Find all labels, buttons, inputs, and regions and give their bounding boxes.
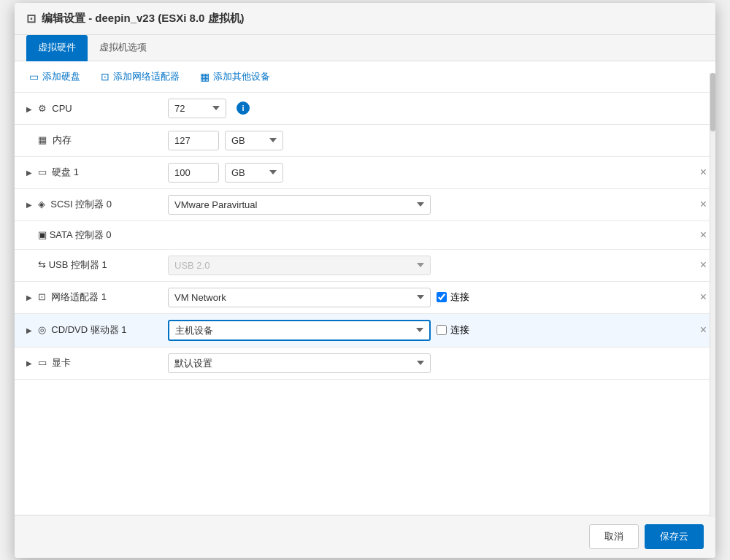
network1-connect-label[interactable]: 连接 <box>437 291 469 304</box>
memory-unit-select[interactable]: GB MB TB <box>225 131 283 150</box>
dialog-title-icon: ⊡ <box>26 12 36 26</box>
memory-icon: ▦ <box>38 134 47 145</box>
network1-label-cell: ▶ ⊡ 网络适配器 1 <box>15 281 161 313</box>
gpu-icon: ▭ <box>38 357 47 368</box>
table-row: ▶ ◎ CD/DVD 驱动器 1 主机设备 数据存储 ISO 文件 客户端设备 <box>15 313 715 347</box>
cddvd1-value-cell: 主机设备 数据存储 ISO 文件 客户端设备 连接 <box>161 313 691 347</box>
usb1-label: USB 控制器 1 <box>49 259 107 270</box>
table-row: ⇆ USB 控制器 1 USB 2.0 USB 3.1 × <box>15 249 715 281</box>
memory-input[interactable] <box>168 131 219 150</box>
cddvd1-icon: ◎ <box>38 324 46 335</box>
cpu-label: CPU <box>52 103 72 114</box>
cddvd1-connect-label[interactable]: 连接 <box>437 323 469 337</box>
network1-select[interactable]: VM Network Management Network <box>168 288 431 307</box>
settings-table: ▶ ⚙ CPU 72 1 2 4 8 16 <box>15 93 715 380</box>
disk1-input[interactable] <box>168 163 219 183</box>
cpu-label-cell: ▶ ⚙ CPU <box>15 93 161 125</box>
usb1-value-cell: USB 2.0 USB 3.1 <box>161 249 691 281</box>
scrollbar-thumb[interactable] <box>710 73 715 131</box>
scsi0-expand-btn[interactable]: ▶ <box>26 201 32 209</box>
cddvd1-value-row: 主机设备 数据存储 ISO 文件 客户端设备 连接 <box>168 320 684 341</box>
disk1-value-row: GB MB TB <box>168 163 684 183</box>
add-network-label: 添加网络适配器 <box>113 70 180 83</box>
add-other-button[interactable]: ▦ 添加其他设备 <box>197 69 273 85</box>
table-row: ▣ SATA 控制器 0 × <box>15 220 715 249</box>
add-disk-button[interactable]: ▭ 添加硬盘 <box>26 69 83 85</box>
gpu-label: 显卡 <box>52 357 71 368</box>
cpu-select[interactable]: 72 1 2 4 8 16 32 48 64 96 <box>168 99 226 118</box>
save-button[interactable]: 保存云 <box>645 524 704 549</box>
scsi0-value-cell: VMware Paravirtual LSI Logic SAS LSI Log… <box>161 188 691 220</box>
memory-value-cell: GB MB TB <box>161 124 691 156</box>
add-disk-label: 添加硬盘 <box>42 70 80 83</box>
add-other-icon: ▦ <box>200 71 210 83</box>
table-row: ▶ ▭ 硬盘 1 GB MB TB <box>15 156 715 188</box>
usb1-remove-button[interactable]: × <box>697 257 710 273</box>
cancel-button[interactable]: 取消 <box>589 524 639 549</box>
table-row: ▦ 内存 GB MB TB <box>15 124 715 156</box>
toolbar: ▭ 添加硬盘 ⊡ 添加网络适配器 ▦ 添加其他设备 <box>15 61 715 93</box>
cpu-icon: ⚙ <box>38 103 47 114</box>
disk1-unit-select[interactable]: GB MB TB <box>225 163 283 183</box>
cddvd1-connect-checkbox[interactable] <box>437 325 447 335</box>
cpu-info-icon[interactable]: i <box>237 101 250 115</box>
scsi0-remove-button[interactable]: × <box>697 196 710 212</box>
memory-label-cell: ▦ 内存 <box>15 124 161 156</box>
disk1-remove-button[interactable]: × <box>697 164 710 180</box>
scsi0-label-cell: ▶ ◈ SCSI 控制器 0 <box>15 188 161 220</box>
scrollbar-track[interactable] <box>710 73 715 517</box>
table-row: ▶ ▭ 显卡 默认设置 自动检测设置 <box>15 347 715 379</box>
tab-virtual-hardware[interactable]: 虚拟硬件 <box>26 35 88 61</box>
network1-connect-checkbox[interactable] <box>437 292 447 302</box>
gpu-label-cell: ▶ ▭ 显卡 <box>15 347 161 379</box>
tab-vm-options[interactable]: 虚拟机选项 <box>88 35 158 61</box>
scsi0-icon: ◈ <box>38 199 45 210</box>
usb1-label-cell: ⇆ USB 控制器 1 <box>15 249 161 281</box>
add-network-button[interactable]: ⊡ 添加网络适配器 <box>98 69 182 85</box>
cpu-value-cell: 72 1 2 4 8 16 32 48 64 96 i <box>161 93 691 125</box>
network1-remove-button[interactable]: × <box>697 289 710 305</box>
gpu-expand-btn[interactable]: ▶ <box>26 359 32 367</box>
sata0-remove-button[interactable]: × <box>697 227 710 243</box>
network1-label: 网络适配器 1 <box>51 291 107 302</box>
gpu-select[interactable]: 默认设置 自动检测设置 <box>168 353 431 373</box>
cddvd1-connect-text: 连接 <box>450 323 469 337</box>
disk1-label-cell: ▶ ▭ 硬盘 1 <box>15 156 161 188</box>
cddvd1-remove-button[interactable]: × <box>697 322 710 338</box>
table-row: ▶ ⊡ 网络适配器 1 VM Network Management Networ… <box>15 281 715 313</box>
add-other-label: 添加其他设备 <box>213 70 270 83</box>
network1-value-cell: VM Network Management Network 连接 <box>161 281 691 313</box>
table-row: ▶ ⚙ CPU 72 1 2 4 8 16 <box>15 93 715 125</box>
dialog: ⊡ 编辑设置 - deepin_v23 (ESXi 8.0 虚拟机) 虚拟硬件 … <box>15 3 715 558</box>
sata0-label: SATA 控制器 0 <box>50 229 112 240</box>
sata0-label-cell: ▣ SATA 控制器 0 <box>15 220 161 249</box>
content: ▶ ⚙ CPU 72 1 2 4 8 16 <box>15 93 715 515</box>
scsi0-select[interactable]: VMware Paravirtual LSI Logic SAS LSI Log… <box>168 195 431 215</box>
network1-icon: ⊡ <box>38 291 46 302</box>
disk1-label: 硬盘 1 <box>52 166 79 177</box>
usb1-select[interactable]: USB 2.0 USB 3.1 <box>168 256 431 275</box>
dialog-title-text: 编辑设置 - deepin_v23 (ESXi 8.0 虚拟机) <box>42 12 245 26</box>
add-network-icon: ⊡ <box>101 71 110 83</box>
usb1-icon: ⇆ <box>38 259 46 270</box>
cddvd1-expand-btn[interactable]: ▶ <box>26 326 32 334</box>
sata0-value-cell <box>161 220 691 249</box>
tabs-row: 虚拟硬件 虚拟机选项 <box>15 35 715 61</box>
disk1-expand-btn[interactable]: ▶ <box>26 169 32 177</box>
network1-connect-text: 连接 <box>450 291 469 304</box>
sata0-icon: ▣ <box>38 229 47 240</box>
cpu-expand-btn[interactable]: ▶ <box>26 105 32 113</box>
memory-value-row: GB MB TB <box>168 131 684 150</box>
network1-value-row: VM Network Management Network 连接 <box>168 288 684 307</box>
network1-expand-btn[interactable]: ▶ <box>26 294 32 302</box>
gpu-value-cell: 默认设置 自动检测设置 <box>161 347 691 379</box>
cpu-value-row: 72 1 2 4 8 16 32 48 64 96 i <box>168 99 684 118</box>
disk1-icon: ▭ <box>38 166 47 177</box>
cddvd1-label-cell: ▶ ◎ CD/DVD 驱动器 1 <box>15 313 161 347</box>
scsi0-label: SCSI 控制器 0 <box>50 199 112 210</box>
dialog-title: ⊡ 编辑设置 - deepin_v23 (ESXi 8.0 虚拟机) <box>15 3 715 35</box>
memory-label: 内存 <box>53 134 72 145</box>
disk1-value-cell: GB MB TB <box>161 156 691 188</box>
cddvd1-select[interactable]: 主机设备 数据存储 ISO 文件 客户端设备 <box>168 320 431 341</box>
add-disk-icon: ▭ <box>29 71 39 83</box>
